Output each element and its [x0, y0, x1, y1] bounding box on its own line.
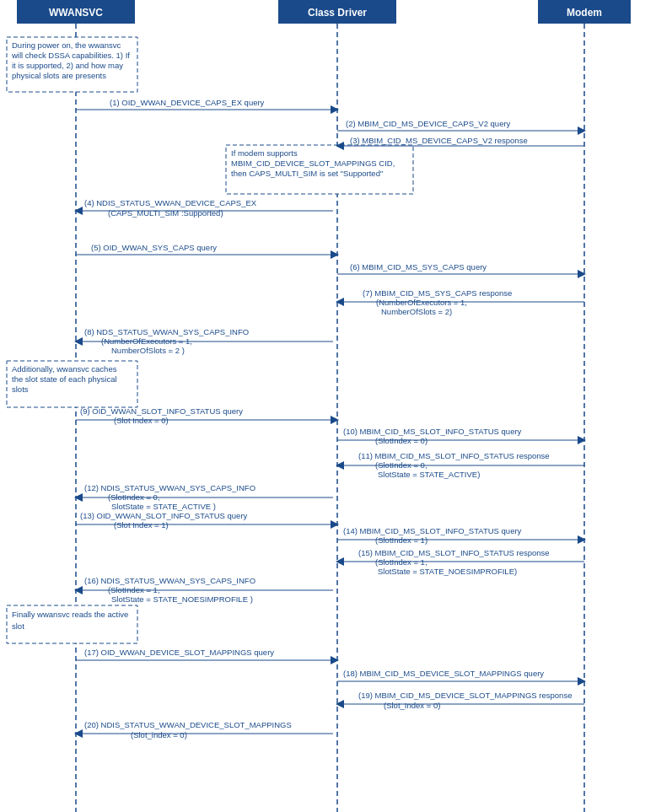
svg-marker-26 [331, 105, 339, 114]
svg-text:(19) MBIM_CID_MS_DEVICE_SLOT_M: (19) MBIM_CID_MS_DEVICE_SLOT_MAPPINGS re… [358, 691, 572, 700]
svg-text:Class Driver: Class Driver [308, 7, 367, 19]
svg-marker-29 [578, 126, 586, 135]
svg-rect-0 [17, 0, 135, 24]
svg-text:(13) OID_WWAN_SLOT_INFO_STATUS: (13) OID_WWAN_SLOT_INFO_STATUS query [80, 511, 248, 520]
svg-text:(4) NDIS_STATUS_WWAN_DEVICE_CA: (4) NDIS_STATUS_WWAN_DEVICE_CAPS_EX [84, 198, 257, 207]
svg-text:If modem supports: If modem supports [231, 148, 298, 158]
svg-text:MBIM_CID_DEVICE_SLOT_MAPPINGS : MBIM_CID_DEVICE_SLOT_MAPPINGS CID, [231, 159, 395, 168]
svg-rect-2 [538, 0, 631, 24]
svg-marker-50 [74, 337, 83, 346]
svg-text:(1) OID_WWAN_DEVICE_CAPS_EX qu: (1) OID_WWAN_DEVICE_CAPS_EX query [110, 98, 265, 107]
svg-marker-77 [578, 535, 586, 544]
svg-marker-32 [336, 142, 344, 150]
svg-text:slot: slot [12, 621, 24, 631]
svg-marker-97 [336, 700, 344, 708]
svg-marker-94 [578, 677, 586, 686]
svg-text:(17) OID_WWAN_DEVICE_SLOT_MAPP: (17) OID_WWAN_DEVICE_SLOT_MAPPINGS query [84, 648, 274, 657]
svg-text:Finally wwansvc reads the acti: Finally wwansvc reads the active [12, 610, 128, 619]
svg-text:During power on, the wwansvc: During power on, the wwansvc [12, 40, 121, 50]
svg-text:slots: slots [12, 384, 29, 394]
svg-rect-22 [7, 605, 137, 643]
diagram-svg: WWANSVC Class Driver Modem During power … [0, 0, 656, 812]
svg-text:(SlotIndex = 1): (SlotIndex = 1) [375, 535, 427, 545]
svg-marker-101 [74, 729, 83, 738]
svg-text:will check DSSA capabilities. : will check DSSA capabilities. 1) If [11, 51, 130, 60]
svg-text:(SlotIndex = 0,: (SlotIndex = 0, [108, 492, 160, 502]
svg-text:SlotState = STATE_ACTIVE): SlotState = STATE_ACTIVE) [378, 470, 480, 479]
svg-text:(18) MBIM_CID_MS_DEVICE_SLOT_M: (18) MBIM_CID_MS_DEVICE_SLOT_MAPPINGS qu… [343, 669, 544, 678]
svg-text:(12) NDIS_STATUS_WWAN_SYS_CAPS: (12) NDIS_STATUS_WWAN_SYS_CAPS_INFO [84, 483, 255, 492]
svg-text:(Slot_Index = 0): (Slot_Index = 0) [384, 701, 440, 710]
svg-text:(11) MBIM_CID_MS_SLOT_INFO_STA: (11) MBIM_CID_MS_SLOT_INFO_STATUS respon… [358, 451, 550, 460]
svg-text:Additionally, wwansvc caches: Additionally, wwansvc caches [12, 364, 117, 374]
svg-text:(8) NDS_STATUS_WWAN_SYS_CAPS_I: (8) NDS_STATUS_WWAN_SYS_CAPS_INFO [84, 327, 249, 336]
svg-text:(5) OID_WWAN_SYS_CAPS query: (5) OID_WWAN_SYS_CAPS query [91, 243, 217, 252]
svg-text:it is supported, 2) and how ma: it is supported, 2) and how may [12, 61, 123, 70]
svg-text:(Slot_index = 0): (Slot_index = 0) [131, 730, 187, 739]
svg-text:NumberOfSlots = 2): NumberOfSlots = 2) [381, 307, 452, 316]
svg-text:(SlotIndex = 1,: (SlotIndex = 1, [375, 557, 427, 567]
svg-text:(3) MBIM_CID_MS_DEVICE_CAPS_V2: (3) MBIM_CID_MS_DEVICE_CAPS_V2 response [350, 136, 528, 145]
svg-text:Modem: Modem [567, 7, 602, 19]
svg-text:(16) NDIS_STATUS_WWAN_SYS_CAPS: (16) NDIS_STATUS_WWAN_SYS_CAPS_INFO [84, 576, 255, 585]
svg-marker-91 [331, 656, 339, 664]
svg-marker-55 [331, 416, 339, 424]
svg-marker-45 [336, 298, 344, 306]
svg-text:SlotState = STATE_NOESIMPROFIL: SlotState = STATE_NOESIMPROFILE) [378, 567, 517, 576]
svg-text:(Slot Index = 1): (Slot Index = 1) [114, 520, 169, 530]
svg-text:(6) MBIM_CID_MS_SYS_CAPS query: (6) MBIM_CID_MS_SYS_CAPS query [350, 262, 487, 272]
svg-marker-59 [578, 436, 586, 444]
svg-text:SlotState = STATE_ACTIVE ): SlotState = STATE_ACTIVE ) [111, 502, 216, 511]
svg-text:(20) NDIS_STATUS_WWAN_DEVICE_S: (20) NDIS_STATUS_WWAN_DEVICE_SLOT_MAPPIN… [84, 720, 292, 729]
svg-text:(CAPS_MULTI_SIM :Supported): (CAPS_MULTI_SIM :Supported) [108, 208, 223, 218]
svg-text:the slot state of each physica: the slot state of each physical [12, 374, 117, 384]
svg-rect-1 [278, 0, 396, 24]
svg-text:(NumberOfExecutors = 1,: (NumberOfExecutors = 1, [101, 336, 192, 346]
svg-text:physical slots are presents: physical slots are presents [12, 71, 106, 80]
svg-marker-81 [336, 557, 344, 566]
svg-marker-86 [74, 586, 83, 594]
diagram-container: WWANSVC Class Driver Modem During power … [0, 0, 656, 812]
svg-rect-9 [7, 37, 137, 92]
svg-marker-39 [331, 250, 339, 259]
svg-rect-14 [226, 145, 413, 194]
svg-text:(Slot Index = 0): (Slot Index = 0) [114, 416, 169, 425]
svg-text:SlotState = STATE_NOESIMPROFIL: SlotState = STATE_NOESIMPROFILE ) [111, 594, 253, 604]
svg-marker-35 [74, 207, 83, 215]
svg-marker-68 [74, 493, 83, 502]
svg-marker-73 [331, 520, 339, 529]
svg-text:(SlotIndex = 1,: (SlotIndex = 1, [108, 585, 160, 594]
svg-text:NumberOfSlots = 2 ): NumberOfSlots = 2 ) [111, 346, 185, 355]
svg-text:(10) MBIM_CID_MS_SLOT_INFO_STA: (10) MBIM_CID_MS_SLOT_INFO_STATUS query [343, 427, 522, 436]
svg-text:(2) MBIM_CID_MS_DEVICE_CAPS_V2: (2) MBIM_CID_MS_DEVICE_CAPS_V2 query [346, 119, 511, 128]
svg-text:(9) OID_WWAN_SLOT_INFO_STATUS : (9) OID_WWAN_SLOT_INFO_STATUS query [80, 406, 243, 416]
svg-text:then CAPS_MULTI_SIM is set "Su: then CAPS_MULTI_SIM is set "Supported" [231, 169, 383, 178]
svg-marker-42 [578, 270, 586, 278]
svg-text:(NumberOfExecutors = 1,: (NumberOfExecutors = 1, [376, 298, 467, 307]
svg-text:WWANSVC: WWANSVC [49, 7, 103, 19]
svg-rect-18 [7, 361, 137, 407]
svg-text:(SlotIndex = 0,: (SlotIndex = 0, [375, 460, 427, 470]
svg-text:(SlotIndex = 0): (SlotIndex = 0) [375, 436, 427, 445]
svg-marker-63 [336, 461, 344, 470]
svg-text:(14) MBIM_CID_MS_SLOT_INFO_STA: (14) MBIM_CID_MS_SLOT_INFO_STATUS query [343, 526, 522, 535]
svg-text:(7) MBIM_CID_MS_SYS_CAPS respo: (7) MBIM_CID_MS_SYS_CAPS response [363, 288, 512, 298]
svg-text:(15) MBIM_CID_MS_SLOT_INFO_STA: (15) MBIM_CID_MS_SLOT_INFO_STATUS respon… [358, 548, 550, 557]
